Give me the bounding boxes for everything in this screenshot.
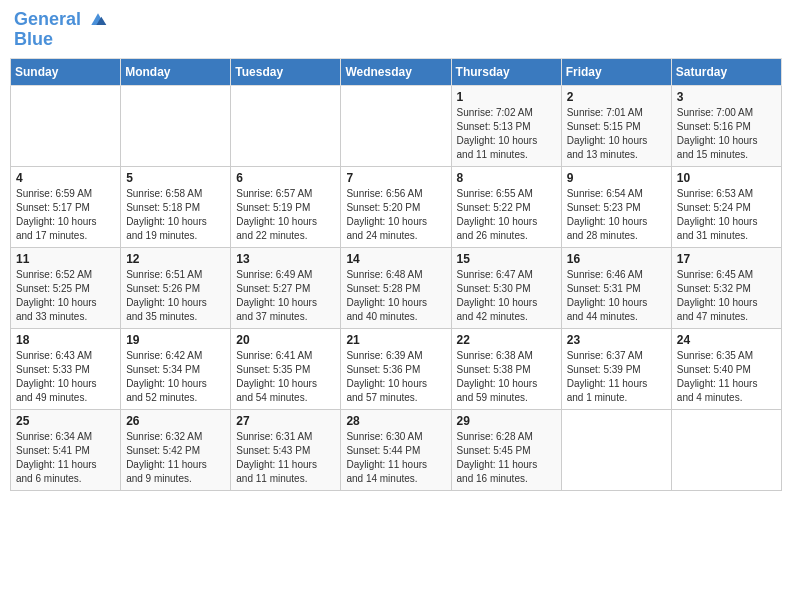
day-info: Sunrise: 6:39 AM Sunset: 5:36 PM Dayligh… — [346, 349, 445, 405]
calendar-cell: 14Sunrise: 6:48 AM Sunset: 5:28 PM Dayli… — [341, 248, 451, 329]
day-info: Sunrise: 6:43 AM Sunset: 5:33 PM Dayligh… — [16, 349, 115, 405]
day-number: 29 — [457, 414, 556, 428]
calendar-cell: 21Sunrise: 6:39 AM Sunset: 5:36 PM Dayli… — [341, 329, 451, 410]
calendar-table: SundayMondayTuesdayWednesdayThursdayFrid… — [10, 58, 782, 491]
calendar-cell: 7Sunrise: 6:56 AM Sunset: 5:20 PM Daylig… — [341, 167, 451, 248]
day-info: Sunrise: 6:59 AM Sunset: 5:17 PM Dayligh… — [16, 187, 115, 243]
calendar-cell: 26Sunrise: 6:32 AM Sunset: 5:42 PM Dayli… — [121, 410, 231, 491]
calendar-cell — [231, 86, 341, 167]
day-number: 20 — [236, 333, 335, 347]
calendar-week-row: 18Sunrise: 6:43 AM Sunset: 5:33 PM Dayli… — [11, 329, 782, 410]
day-number: 10 — [677, 171, 776, 185]
day-number: 8 — [457, 171, 556, 185]
day-number: 14 — [346, 252, 445, 266]
day-info: Sunrise: 6:49 AM Sunset: 5:27 PM Dayligh… — [236, 268, 335, 324]
day-info: Sunrise: 6:41 AM Sunset: 5:35 PM Dayligh… — [236, 349, 335, 405]
calendar-week-row: 4Sunrise: 6:59 AM Sunset: 5:17 PM Daylig… — [11, 167, 782, 248]
day-number: 22 — [457, 333, 556, 347]
calendar-cell: 6Sunrise: 6:57 AM Sunset: 5:19 PM Daylig… — [231, 167, 341, 248]
day-number: 24 — [677, 333, 776, 347]
calendar-cell — [11, 86, 121, 167]
calendar-cell: 12Sunrise: 6:51 AM Sunset: 5:26 PM Dayli… — [121, 248, 231, 329]
calendar-cell: 25Sunrise: 6:34 AM Sunset: 5:41 PM Dayli… — [11, 410, 121, 491]
weekday-header-wednesday: Wednesday — [341, 59, 451, 86]
weekday-header-friday: Friday — [561, 59, 671, 86]
day-info: Sunrise: 6:42 AM Sunset: 5:34 PM Dayligh… — [126, 349, 225, 405]
logo: General Blue — [14, 10, 108, 50]
calendar-cell — [121, 86, 231, 167]
day-number: 5 — [126, 171, 225, 185]
calendar-cell: 28Sunrise: 6:30 AM Sunset: 5:44 PM Dayli… — [341, 410, 451, 491]
calendar-cell: 24Sunrise: 6:35 AM Sunset: 5:40 PM Dayli… — [671, 329, 781, 410]
weekday-header-saturday: Saturday — [671, 59, 781, 86]
logo-line2: Blue — [14, 30, 108, 50]
day-info: Sunrise: 6:35 AM Sunset: 5:40 PM Dayligh… — [677, 349, 776, 405]
calendar-cell: 17Sunrise: 6:45 AM Sunset: 5:32 PM Dayli… — [671, 248, 781, 329]
day-number: 28 — [346, 414, 445, 428]
calendar-cell: 11Sunrise: 6:52 AM Sunset: 5:25 PM Dayli… — [11, 248, 121, 329]
weekday-header-thursday: Thursday — [451, 59, 561, 86]
day-number: 13 — [236, 252, 335, 266]
day-info: Sunrise: 6:28 AM Sunset: 5:45 PM Dayligh… — [457, 430, 556, 486]
day-number: 16 — [567, 252, 666, 266]
page-header: General Blue — [10, 10, 782, 50]
calendar-cell: 27Sunrise: 6:31 AM Sunset: 5:43 PM Dayli… — [231, 410, 341, 491]
calendar-cell: 4Sunrise: 6:59 AM Sunset: 5:17 PM Daylig… — [11, 167, 121, 248]
calendar-cell: 8Sunrise: 6:55 AM Sunset: 5:22 PM Daylig… — [451, 167, 561, 248]
day-info: Sunrise: 6:48 AM Sunset: 5:28 PM Dayligh… — [346, 268, 445, 324]
weekday-header-tuesday: Tuesday — [231, 59, 341, 86]
day-info: Sunrise: 6:54 AM Sunset: 5:23 PM Dayligh… — [567, 187, 666, 243]
day-number: 15 — [457, 252, 556, 266]
calendar-cell: 18Sunrise: 6:43 AM Sunset: 5:33 PM Dayli… — [11, 329, 121, 410]
calendar-cell: 20Sunrise: 6:41 AM Sunset: 5:35 PM Dayli… — [231, 329, 341, 410]
day-info: Sunrise: 6:45 AM Sunset: 5:32 PM Dayligh… — [677, 268, 776, 324]
calendar-cell: 3Sunrise: 7:00 AM Sunset: 5:16 PM Daylig… — [671, 86, 781, 167]
day-info: Sunrise: 6:52 AM Sunset: 5:25 PM Dayligh… — [16, 268, 115, 324]
day-info: Sunrise: 6:55 AM Sunset: 5:22 PM Dayligh… — [457, 187, 556, 243]
day-number: 12 — [126, 252, 225, 266]
day-info: Sunrise: 7:02 AM Sunset: 5:13 PM Dayligh… — [457, 106, 556, 162]
day-number: 7 — [346, 171, 445, 185]
day-number: 18 — [16, 333, 115, 347]
day-number: 17 — [677, 252, 776, 266]
calendar-cell: 15Sunrise: 6:47 AM Sunset: 5:30 PM Dayli… — [451, 248, 561, 329]
calendar-week-row: 1Sunrise: 7:02 AM Sunset: 5:13 PM Daylig… — [11, 86, 782, 167]
calendar-cell — [671, 410, 781, 491]
day-info: Sunrise: 6:32 AM Sunset: 5:42 PM Dayligh… — [126, 430, 225, 486]
calendar-cell: 10Sunrise: 6:53 AM Sunset: 5:24 PM Dayli… — [671, 167, 781, 248]
day-info: Sunrise: 6:38 AM Sunset: 5:38 PM Dayligh… — [457, 349, 556, 405]
calendar-cell — [341, 86, 451, 167]
day-number: 27 — [236, 414, 335, 428]
day-info: Sunrise: 6:37 AM Sunset: 5:39 PM Dayligh… — [567, 349, 666, 405]
day-number: 11 — [16, 252, 115, 266]
weekday-header-monday: Monday — [121, 59, 231, 86]
day-info: Sunrise: 7:01 AM Sunset: 5:15 PM Dayligh… — [567, 106, 666, 162]
calendar-cell: 23Sunrise: 6:37 AM Sunset: 5:39 PM Dayli… — [561, 329, 671, 410]
day-info: Sunrise: 6:34 AM Sunset: 5:41 PM Dayligh… — [16, 430, 115, 486]
day-number: 19 — [126, 333, 225, 347]
calendar-header-row: SundayMondayTuesdayWednesdayThursdayFrid… — [11, 59, 782, 86]
day-info: Sunrise: 6:58 AM Sunset: 5:18 PM Dayligh… — [126, 187, 225, 243]
day-info: Sunrise: 7:00 AM Sunset: 5:16 PM Dayligh… — [677, 106, 776, 162]
day-info: Sunrise: 6:53 AM Sunset: 5:24 PM Dayligh… — [677, 187, 776, 243]
day-number: 21 — [346, 333, 445, 347]
calendar-cell: 13Sunrise: 6:49 AM Sunset: 5:27 PM Dayli… — [231, 248, 341, 329]
day-info: Sunrise: 6:30 AM Sunset: 5:44 PM Dayligh… — [346, 430, 445, 486]
day-number: 9 — [567, 171, 666, 185]
weekday-header-sunday: Sunday — [11, 59, 121, 86]
calendar-cell: 9Sunrise: 6:54 AM Sunset: 5:23 PM Daylig… — [561, 167, 671, 248]
logo-line1: General — [14, 10, 108, 30]
calendar-cell: 22Sunrise: 6:38 AM Sunset: 5:38 PM Dayli… — [451, 329, 561, 410]
day-info: Sunrise: 6:57 AM Sunset: 5:19 PM Dayligh… — [236, 187, 335, 243]
day-number: 3 — [677, 90, 776, 104]
calendar-cell: 29Sunrise: 6:28 AM Sunset: 5:45 PM Dayli… — [451, 410, 561, 491]
calendar-cell: 5Sunrise: 6:58 AM Sunset: 5:18 PM Daylig… — [121, 167, 231, 248]
day-number: 6 — [236, 171, 335, 185]
day-number: 4 — [16, 171, 115, 185]
calendar-body: 1Sunrise: 7:02 AM Sunset: 5:13 PM Daylig… — [11, 86, 782, 491]
day-number: 1 — [457, 90, 556, 104]
day-number: 26 — [126, 414, 225, 428]
calendar-week-row: 11Sunrise: 6:52 AM Sunset: 5:25 PM Dayli… — [11, 248, 782, 329]
day-number: 23 — [567, 333, 666, 347]
day-info: Sunrise: 6:56 AM Sunset: 5:20 PM Dayligh… — [346, 187, 445, 243]
